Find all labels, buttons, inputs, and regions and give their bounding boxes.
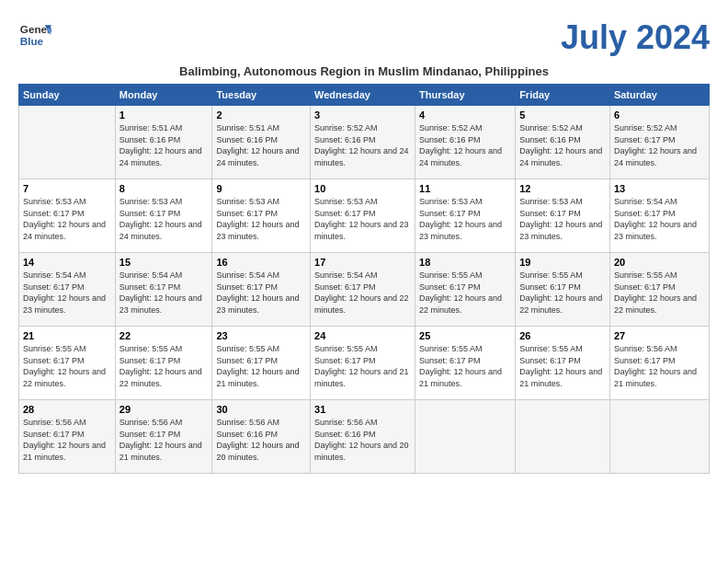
day-info: Sunrise: 5:54 AMSunset: 6:17 PMDaylight:… (314, 270, 411, 316)
calendar-week-row: 28Sunrise: 5:56 AMSunset: 6:17 PMDayligh… (19, 400, 710, 474)
day-number: 26 (519, 330, 606, 341)
calendar-cell: 10Sunrise: 5:53 AMSunset: 6:17 PMDayligh… (311, 179, 415, 253)
month-title: July 2024 (561, 18, 710, 57)
calendar-subtitle: Balimbing, Autonomous Region in Muslim M… (18, 64, 710, 78)
calendar-cell (19, 106, 116, 179)
calendar-week-row: 7Sunrise: 5:53 AMSunset: 6:17 PMDaylight… (19, 179, 710, 253)
day-number: 25 (419, 330, 511, 341)
calendar-cell: 30Sunrise: 5:56 AMSunset: 6:16 PMDayligh… (212, 400, 311, 474)
day-number: 27 (614, 330, 705, 341)
calendar-cell: 15Sunrise: 5:54 AMSunset: 6:17 PMDayligh… (115, 253, 212, 327)
weekday-header-sunday: Sunday (19, 85, 116, 106)
calendar-cell (415, 400, 516, 474)
day-info: Sunrise: 5:54 AMSunset: 6:17 PMDaylight:… (614, 196, 705, 242)
logo: General Blue (18, 18, 51, 52)
day-info: Sunrise: 5:56 AMSunset: 6:16 PMDaylight:… (216, 417, 306, 463)
day-number: 3 (314, 109, 411, 121)
day-number: 29 (119, 404, 209, 415)
calendar-cell: 23Sunrise: 5:55 AMSunset: 6:17 PMDayligh… (212, 327, 311, 400)
day-info: Sunrise: 5:56 AMSunset: 6:17 PMDaylight:… (23, 417, 111, 463)
calendar-cell: 26Sunrise: 5:55 AMSunset: 6:17 PMDayligh… (516, 327, 610, 400)
day-info: Sunrise: 5:53 AMSunset: 6:17 PMDaylight:… (119, 196, 209, 242)
day-info: Sunrise: 5:56 AMSunset: 6:17 PMDaylight:… (614, 343, 705, 389)
calendar-cell: 1Sunrise: 5:51 AMSunset: 6:16 PMDaylight… (115, 106, 212, 179)
day-info: Sunrise: 5:55 AMSunset: 6:17 PMDaylight:… (419, 270, 511, 316)
calendar-cell: 20Sunrise: 5:55 AMSunset: 6:17 PMDayligh… (609, 253, 709, 327)
calendar-cell: 19Sunrise: 5:55 AMSunset: 6:17 PMDayligh… (516, 253, 610, 327)
day-number: 30 (216, 404, 306, 415)
day-info: Sunrise: 5:55 AMSunset: 6:17 PMDaylight:… (23, 343, 111, 389)
day-number: 18 (419, 257, 511, 268)
day-number: 21 (23, 330, 111, 341)
calendar-cell: 31Sunrise: 5:56 AMSunset: 6:16 PMDayligh… (311, 400, 415, 474)
calendar-cell: 11Sunrise: 5:53 AMSunset: 6:17 PMDayligh… (415, 179, 516, 253)
day-info: Sunrise: 5:55 AMSunset: 6:17 PMDaylight:… (419, 343, 511, 389)
calendar-cell: 7Sunrise: 5:53 AMSunset: 6:17 PMDaylight… (19, 179, 116, 253)
calendar-cell: 28Sunrise: 5:56 AMSunset: 6:17 PMDayligh… (19, 400, 116, 474)
day-info: Sunrise: 5:55 AMSunset: 6:17 PMDaylight:… (614, 270, 705, 316)
calendar-cell: 21Sunrise: 5:55 AMSunset: 6:17 PMDayligh… (19, 327, 116, 400)
day-info: Sunrise: 5:53 AMSunset: 6:17 PMDaylight:… (314, 196, 411, 242)
day-number: 8 (119, 183, 209, 194)
day-number: 15 (119, 257, 209, 268)
calendar-cell: 9Sunrise: 5:53 AMSunset: 6:17 PMDaylight… (212, 179, 311, 253)
calendar-cell: 24Sunrise: 5:55 AMSunset: 6:17 PMDayligh… (311, 327, 415, 400)
calendar-cell: 4Sunrise: 5:52 AMSunset: 6:16 PMDaylight… (415, 106, 516, 179)
header: General Blue July 2024 (18, 18, 710, 57)
calendar-cell: 14Sunrise: 5:54 AMSunset: 6:17 PMDayligh… (19, 253, 116, 327)
day-number: 11 (419, 183, 511, 194)
day-info: Sunrise: 5:55 AMSunset: 6:17 PMDaylight:… (216, 343, 306, 389)
day-number: 12 (519, 183, 606, 194)
weekday-header-thursday: Thursday (415, 85, 516, 106)
day-info: Sunrise: 5:55 AMSunset: 6:17 PMDaylight:… (119, 343, 209, 389)
calendar-cell: 27Sunrise: 5:56 AMSunset: 6:17 PMDayligh… (609, 327, 709, 400)
weekday-header-tuesday: Tuesday (212, 85, 311, 106)
day-number: 1 (119, 109, 209, 121)
day-number: 20 (614, 257, 705, 268)
calendar-cell: 17Sunrise: 5:54 AMSunset: 6:17 PMDayligh… (311, 253, 415, 327)
day-number: 28 (23, 404, 111, 415)
day-info: Sunrise: 5:53 AMSunset: 6:17 PMDaylight:… (519, 196, 606, 242)
day-info: Sunrise: 5:51 AMSunset: 6:16 PMDaylight:… (119, 122, 209, 168)
calendar-cell (516, 400, 610, 474)
logo-icon: General Blue (18, 18, 51, 52)
day-info: Sunrise: 5:52 AMSunset: 6:16 PMDaylight:… (419, 122, 511, 168)
weekday-header-saturday: Saturday (609, 85, 709, 106)
day-number: 31 (314, 404, 411, 415)
day-number: 23 (216, 330, 306, 341)
calendar-week-row: 14Sunrise: 5:54 AMSunset: 6:17 PMDayligh… (19, 253, 710, 327)
day-number: 7 (23, 183, 111, 194)
day-number: 24 (314, 330, 411, 341)
calendar-cell: 3Sunrise: 5:52 AMSunset: 6:16 PMDaylight… (311, 106, 415, 179)
calendar-week-row: 21Sunrise: 5:55 AMSunset: 6:17 PMDayligh… (19, 327, 710, 400)
calendar-cell: 8Sunrise: 5:53 AMSunset: 6:17 PMDaylight… (115, 179, 212, 253)
day-info: Sunrise: 5:52 AMSunset: 6:16 PMDaylight:… (519, 122, 606, 168)
day-number: 9 (216, 183, 306, 194)
day-info: Sunrise: 5:54 AMSunset: 6:17 PMDaylight:… (119, 270, 209, 316)
day-info: Sunrise: 5:56 AMSunset: 6:16 PMDaylight:… (314, 417, 411, 463)
weekday-header-monday: Monday (115, 85, 212, 106)
day-info: Sunrise: 5:51 AMSunset: 6:16 PMDaylight:… (216, 122, 306, 168)
weekday-header-wednesday: Wednesday (311, 85, 415, 106)
weekday-header-row: SundayMondayTuesdayWednesdayThursdayFrid… (19, 85, 710, 106)
day-info: Sunrise: 5:56 AMSunset: 6:17 PMDaylight:… (119, 417, 209, 463)
day-info: Sunrise: 5:55 AMSunset: 6:17 PMDaylight:… (519, 270, 606, 316)
calendar-cell: 5Sunrise: 5:52 AMSunset: 6:16 PMDaylight… (516, 106, 610, 179)
day-number: 13 (614, 183, 705, 194)
calendar-cell: 13Sunrise: 5:54 AMSunset: 6:17 PMDayligh… (609, 179, 709, 253)
day-info: Sunrise: 5:54 AMSunset: 6:17 PMDaylight:… (23, 270, 111, 316)
day-info: Sunrise: 5:55 AMSunset: 6:17 PMDaylight:… (314, 343, 411, 389)
day-info: Sunrise: 5:54 AMSunset: 6:17 PMDaylight:… (216, 270, 306, 316)
day-number: 2 (216, 109, 306, 121)
calendar-cell: 12Sunrise: 5:53 AMSunset: 6:17 PMDayligh… (516, 179, 610, 253)
calendar-cell: 25Sunrise: 5:55 AMSunset: 6:17 PMDayligh… (415, 327, 516, 400)
day-number: 5 (519, 109, 606, 121)
calendar-cell: 6Sunrise: 5:52 AMSunset: 6:17 PMDaylight… (609, 106, 709, 179)
day-number: 10 (314, 183, 411, 194)
day-number: 22 (119, 330, 209, 341)
calendar-cell: 18Sunrise: 5:55 AMSunset: 6:17 PMDayligh… (415, 253, 516, 327)
day-number: 14 (23, 257, 111, 268)
day-info: Sunrise: 5:55 AMSunset: 6:17 PMDaylight:… (519, 343, 606, 389)
day-info: Sunrise: 5:53 AMSunset: 6:17 PMDaylight:… (23, 196, 111, 242)
calendar-week-row: 1Sunrise: 5:51 AMSunset: 6:16 PMDaylight… (19, 106, 710, 179)
